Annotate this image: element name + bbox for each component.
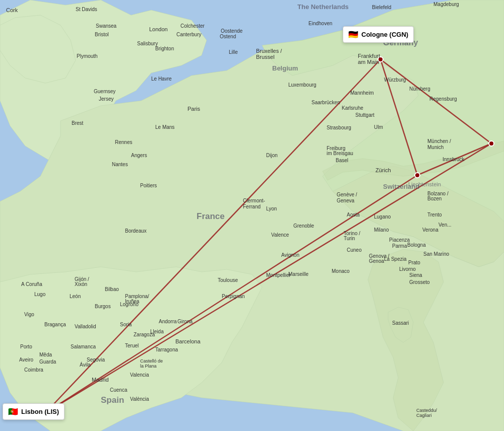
svg-text:Genoa: Genoa — [369, 258, 384, 264]
svg-text:Lleida: Lleida — [150, 329, 164, 334]
svg-text:Marseille: Marseille — [288, 271, 308, 277]
svg-text:Lugo: Lugo — [34, 292, 46, 297]
svg-text:València: València — [130, 396, 149, 402]
map-background: Belgium Germany France Switzerland The N… — [0, 0, 504, 431]
svg-text:Munich: Munich — [427, 145, 444, 150]
svg-text:Ven...: Ven... — [438, 222, 452, 228]
germany-flag: 🇩🇪 — [348, 30, 358, 39]
svg-text:Madrid: Madrid — [92, 377, 109, 383]
svg-text:Bruxelles /: Bruxelles / — [256, 48, 282, 54]
svg-text:Angers: Angers — [131, 153, 147, 158]
svg-text:München /: München / — [427, 138, 451, 144]
svg-text:Coimbra: Coimbra — [24, 367, 43, 373]
svg-text:Lille: Lille — [229, 49, 238, 55]
svg-text:Zürich: Zürich — [375, 167, 391, 173]
svg-text:Logroño: Logroño — [120, 302, 139, 307]
svg-text:Xixón: Xixón — [75, 281, 87, 287]
svg-text:Cagliari: Cagliari — [416, 413, 432, 418]
svg-text:San Marino: San Marino — [423, 251, 450, 257]
svg-text:A Coruña: A Coruña — [21, 281, 42, 287]
svg-text:Liechtenstein: Liechtenstein — [408, 181, 441, 187]
svg-text:Rennes: Rennes — [115, 139, 132, 145]
svg-text:Salisbury: Salisbury — [137, 41, 158, 46]
svg-text:Burgos: Burgos — [95, 304, 111, 309]
svg-text:Mannheim: Mannheim — [350, 90, 374, 96]
svg-text:Salamanca: Salamanca — [71, 344, 96, 349]
svg-text:Soria: Soria — [120, 322, 132, 327]
svg-text:Brussel: Brussel — [256, 54, 275, 60]
svg-text:Plymouth: Plymouth — [77, 53, 98, 59]
svg-text:Turin: Turin — [344, 236, 355, 241]
svg-text:Grosseto: Grosseto — [409, 279, 430, 285]
svg-text:Eindhoven: Eindhoven — [308, 21, 332, 26]
svg-text:Trento: Trento — [427, 212, 442, 218]
svg-text:Livorno: Livorno — [399, 266, 416, 272]
svg-text:Montpellier: Montpellier — [266, 272, 291, 278]
svg-point-9 — [415, 173, 420, 178]
svg-text:Ferrand: Ferrand — [243, 204, 261, 209]
svg-text:Bristol: Bristol — [95, 32, 109, 37]
svg-text:Milano: Milano — [374, 227, 389, 233]
svg-text:Cuenca: Cuenca — [110, 387, 128, 393]
svg-text:The Netherlands: The Netherlands — [297, 3, 349, 11]
svg-text:Tarragona: Tarragona — [155, 347, 178, 352]
svg-text:Bragança: Bragança — [44, 322, 66, 327]
svg-text:Saarbrücken: Saarbrücken — [311, 100, 340, 105]
svg-text:Spain: Spain — [101, 395, 124, 405]
svg-text:Stuttgart: Stuttgart — [355, 112, 374, 118]
svg-text:Luxembourg: Luxembourg — [288, 82, 317, 88]
svg-text:León: León — [70, 294, 81, 299]
svg-text:Castelló de: Castelló de — [140, 358, 163, 364]
svg-text:Porto: Porto — [20, 344, 32, 349]
svg-text:Siena: Siena — [409, 272, 422, 278]
svg-text:Valencia: Valencia — [130, 372, 149, 378]
svg-text:Clermont-: Clermont- — [243, 198, 265, 203]
svg-text:Avignon: Avignon — [281, 252, 299, 258]
svg-text:Basel: Basel — [336, 158, 348, 163]
svg-text:Guarda: Guarda — [39, 359, 56, 365]
svg-text:Perpignan: Perpignan — [222, 294, 245, 299]
svg-text:Valladolid: Valladolid — [75, 324, 96, 329]
svg-text:Belgium: Belgium — [272, 64, 298, 72]
lisbon-airport-name: Lisbon (LIS) — [21, 408, 59, 415]
svg-text:Ostend: Ostend — [220, 34, 236, 39]
svg-text:Bilbao: Bilbao — [105, 286, 119, 292]
svg-text:London: London — [149, 26, 168, 32]
svg-text:Aosta: Aosta — [347, 212, 360, 218]
svg-text:Brest: Brest — [72, 120, 84, 126]
svg-text:Canterbury: Canterbury — [176, 32, 201, 37]
svg-text:Girona: Girona — [177, 319, 193, 324]
svg-text:Le Havre: Le Havre — [151, 76, 172, 82]
svg-text:Oostende: Oostende — [221, 28, 243, 34]
svg-text:la Plana: la Plana — [140, 364, 157, 369]
cologne-airport-label: 🇩🇪 Cologne (CGN) — [343, 26, 414, 43]
svg-text:Würzburg: Würzburg — [384, 77, 406, 83]
svg-text:Vigo: Vigo — [24, 312, 34, 317]
svg-text:Cork: Cork — [6, 7, 18, 13]
svg-text:Andorra: Andorra — [159, 319, 177, 324]
svg-text:Frankfurt: Frankfurt — [358, 53, 380, 59]
svg-text:Ávila: Ávila — [80, 362, 91, 368]
svg-text:St Davids: St Davids — [76, 7, 97, 12]
svg-text:Parma: Parma — [392, 243, 407, 249]
svg-text:Aveiro: Aveiro — [19, 357, 34, 363]
svg-text:Le Mans: Le Mans — [155, 124, 174, 130]
svg-point-10 — [489, 141, 494, 146]
svg-text:Poitiers: Poitiers — [140, 183, 157, 188]
svg-text:Magdeburg: Magdeburg — [433, 2, 459, 7]
svg-text:Guernsey: Guernsey — [94, 89, 115, 94]
lisbon-airport-label: 🇵🇹 Lisbon (LIS) — [3, 403, 65, 420]
svg-text:im Breisgau: im Breisgau — [327, 151, 353, 156]
svg-text:Paris: Paris — [187, 106, 201, 112]
map-container: Belgium Germany France Switzerland The N… — [0, 0, 504, 431]
cologne-airport-name: Cologne (CGN) — [361, 31, 408, 38]
svg-text:Monaco: Monaco — [332, 268, 350, 274]
svg-text:Geneva: Geneva — [337, 198, 354, 203]
svg-text:Bologna: Bologna — [407, 242, 426, 248]
svg-text:Cuneo: Cuneo — [347, 247, 362, 253]
svg-text:Bielefeld: Bielefeld — [372, 5, 391, 10]
svg-text:Jersey: Jersey — [99, 96, 113, 102]
svg-text:Mêda: Mêda — [39, 352, 52, 357]
svg-text:Teruel: Teruel — [125, 343, 139, 348]
svg-text:Verona: Verona — [422, 227, 438, 233]
